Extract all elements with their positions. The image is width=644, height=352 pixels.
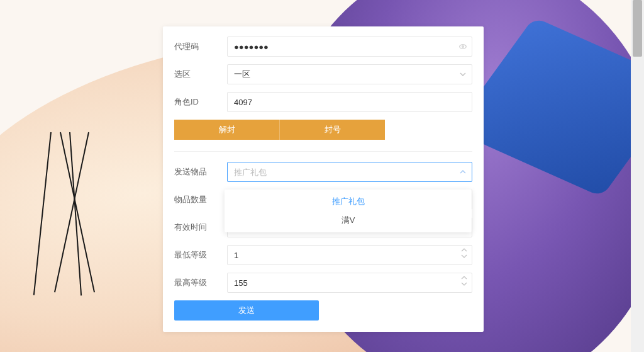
min-level-input[interactable] xyxy=(227,245,472,265)
number-stepper-icon[interactable] xyxy=(461,247,469,259)
vertical-scrollbar[interactable] xyxy=(631,0,644,352)
send-button[interactable]: 发送 xyxy=(174,300,319,321)
label-item-qty: 物品数量 xyxy=(174,190,227,209)
unban-button[interactable]: 解封 xyxy=(174,120,279,140)
number-stepper-icon[interactable] xyxy=(461,275,469,287)
svg-point-1 xyxy=(462,46,464,48)
label-valid-time: 有效时间 xyxy=(174,218,227,237)
scrollbar-thumb[interactable] xyxy=(633,0,642,57)
proxy-code-input[interactable] xyxy=(227,37,472,57)
send-item-dropdown: 推广礼包 满V xyxy=(225,190,472,232)
section-divider xyxy=(174,151,472,152)
row-min-level: 最低等级 xyxy=(174,245,472,265)
svg-point-0 xyxy=(460,45,467,48)
row-role-id: 角色ID xyxy=(174,92,472,112)
ban-button[interactable]: 封号 xyxy=(279,120,385,140)
label-proxy-code: 代理码 xyxy=(174,37,227,56)
label-role-id: 角色ID xyxy=(174,93,227,111)
label-zone: 选区 xyxy=(174,65,227,84)
max-level-input[interactable] xyxy=(227,273,472,293)
row-max-level: 最高等级 xyxy=(174,273,472,293)
send-item-select[interactable] xyxy=(227,162,472,182)
row-zone: 选区 xyxy=(174,64,472,84)
label-send-item: 发送物品 xyxy=(174,162,227,181)
label-min-level: 最低等级 xyxy=(174,246,227,264)
eye-icon[interactable] xyxy=(458,37,467,57)
row-proxy-code: 代理码 xyxy=(174,37,472,57)
dropdown-option[interactable]: 满V xyxy=(225,211,472,230)
admin-form-card: 代理码 选区 角色ID xyxy=(163,26,484,332)
dropdown-option[interactable]: 推广礼包 xyxy=(225,192,472,211)
label-max-level: 最高等级 xyxy=(174,273,227,292)
row-send-item: 发送物品 xyxy=(174,162,472,182)
row-ban-buttons: 解封 封号 xyxy=(174,120,385,140)
zone-select[interactable] xyxy=(227,64,472,84)
role-id-input[interactable] xyxy=(227,92,472,112)
